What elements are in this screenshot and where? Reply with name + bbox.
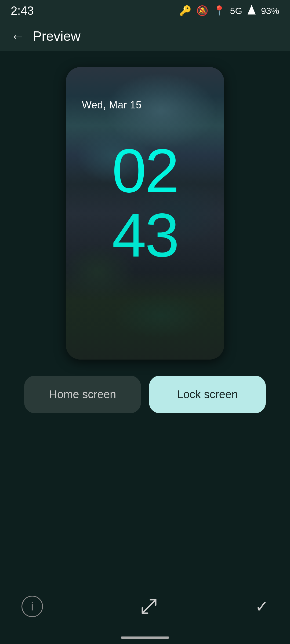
status-icons: 🔑 🔕 📍 5G 93% <box>179 4 279 17</box>
info-button[interactable]: i <box>21 596 43 617</box>
lock-screen-clock: 02 43 <box>112 140 178 266</box>
key-icon: 🔑 <box>179 5 191 16</box>
battery-label: 93% <box>261 6 279 16</box>
back-button[interactable]: ← <box>11 29 25 43</box>
lock-screen-tab[interactable]: Lock screen <box>149 376 266 413</box>
clock-hour: 02 <box>112 140 178 202</box>
location-icon: 📍 <box>213 5 225 16</box>
tab-buttons: Home screen Lock screen <box>21 376 269 413</box>
expand-button[interactable] <box>140 597 158 616</box>
bottom-action-bar: i ✓ <box>0 596 290 617</box>
status-bar: 2:43 🔑 🔕 📍 5G 93% <box>0 0 290 21</box>
home-indicator <box>121 636 169 639</box>
clock-minute: 43 <box>112 204 178 266</box>
page-title: Preview <box>33 28 81 44</box>
info-icon: i <box>31 600 34 613</box>
svg-line-1 <box>142 600 156 613</box>
main-content: Wed, Mar 15 02 43 Home screen Lock scree… <box>0 51 290 413</box>
bell-mute-icon: 🔕 <box>196 5 208 16</box>
signal-icon <box>247 4 256 17</box>
header: ← Preview <box>0 21 290 51</box>
status-time: 2:43 <box>11 4 34 17</box>
network-type-label: 5G <box>230 6 242 16</box>
expand-icon <box>140 597 158 616</box>
home-screen-tab[interactable]: Home screen <box>24 376 141 413</box>
svg-marker-0 <box>248 5 256 14</box>
confirm-button[interactable]: ✓ <box>255 597 269 616</box>
lock-screen-date: Wed, Mar 15 <box>82 99 142 111</box>
preview-card: Wed, Mar 15 02 43 <box>66 67 224 360</box>
